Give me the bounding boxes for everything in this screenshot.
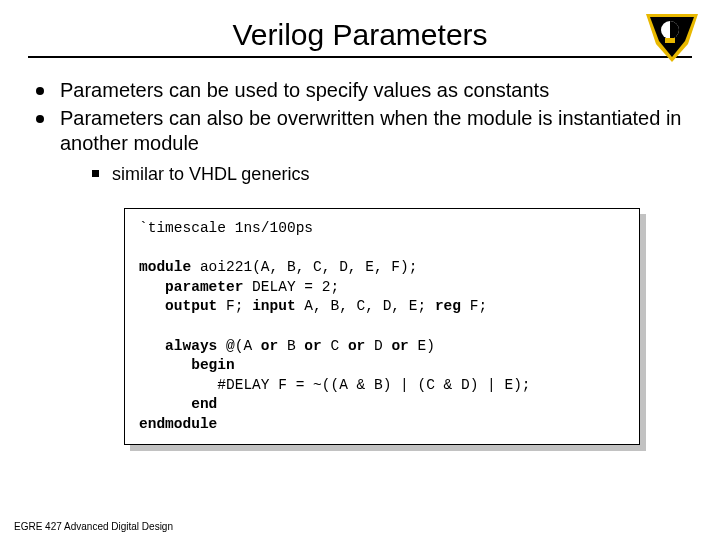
code-line: #DELAY F = ~((A & B) | (C & D) | E); (139, 377, 531, 393)
code-kw: module (139, 259, 191, 275)
title-row: Verilog Parameters (28, 18, 692, 52)
code-text: A, B, C, D, E; (296, 298, 435, 314)
vcu-logo (646, 14, 698, 62)
code-kw: always (139, 338, 217, 354)
code-kw: output (139, 298, 217, 314)
bullet-item: Parameters can be used to specify values… (32, 78, 692, 104)
code-text: F; (217, 298, 252, 314)
code-text: DELAY = 2; (243, 279, 339, 295)
footer-text: EGRE 427 Advanced Digital Design (14, 521, 173, 532)
code-text: F; (461, 298, 487, 314)
code-kw: or (348, 338, 365, 354)
code-kw: input (252, 298, 296, 314)
code-text: D (365, 338, 391, 354)
code-kw: reg (435, 298, 461, 314)
code-kw: or (391, 338, 408, 354)
code-kw: or (261, 338, 278, 354)
code-text: B (278, 338, 304, 354)
code-kw: or (304, 338, 321, 354)
code-text: C (322, 338, 348, 354)
bullet-list: Parameters can be used to specify values… (28, 78, 692, 186)
code-kw: endmodule (139, 416, 217, 432)
code-line: `timescale 1ns/100ps (139, 220, 313, 236)
sub-bullet-item: similar to VHDL generics (88, 163, 692, 186)
code-block: `timescale 1ns/100ps module aoi221(A, B,… (124, 208, 640, 445)
code-kw: parameter (139, 279, 243, 295)
code-text: @(A (217, 338, 261, 354)
slide-title: Verilog Parameters (28, 18, 692, 52)
code-text: E) (409, 338, 435, 354)
bullet-text: Parameters can also be overwritten when … (60, 107, 681, 155)
svg-rect-3 (665, 38, 675, 43)
sub-bullet-list: similar to VHDL generics (60, 163, 692, 186)
slide: Verilog Parameters Parameters can be use… (0, 0, 720, 540)
title-divider (28, 56, 692, 58)
code-box: `timescale 1ns/100ps module aoi221(A, B,… (124, 208, 640, 445)
code-text: aoi221(A, B, C, D, E, F); (191, 259, 417, 275)
code-kw: end (139, 396, 217, 412)
code-kw: begin (139, 357, 235, 373)
bullet-item: Parameters can also be overwritten when … (32, 106, 692, 187)
